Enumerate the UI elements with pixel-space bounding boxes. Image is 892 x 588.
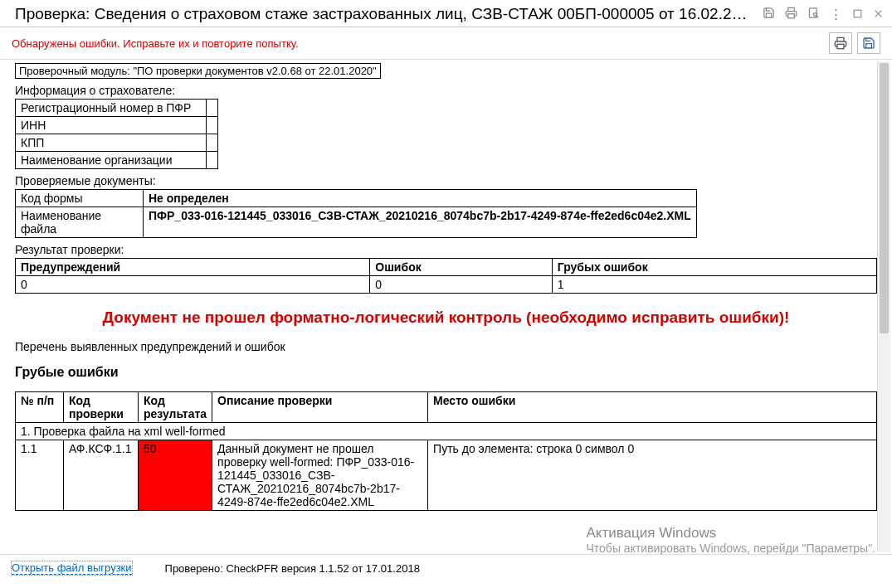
insurer-heading: Информация о страхователе:	[15, 84, 877, 97]
err-cell-result: 50	[139, 440, 212, 511]
summary-table: Предупреждений Ошибок Грубых ошибок 0 0 …	[15, 258, 877, 294]
err-cell-desc: Данный документ не прошел проверку well-…	[212, 440, 428, 511]
svg-rect-0	[788, 14, 795, 18]
fail-message: Документ не прошел форматно-логический к…	[15, 309, 877, 327]
err-th-res: Код результата	[139, 392, 212, 423]
svg-rect-7	[837, 44, 844, 48]
summary-value: 0	[16, 276, 370, 294]
vertical-scrollbar[interactable]	[877, 61, 890, 552]
toolbar: Обнаружены ошибки. Исправьте их и повтор…	[0, 27, 892, 60]
docs-table: Код формы Не определен Наименование файл…	[15, 189, 697, 238]
list-heading: Перечень выявленных предупреждений и оши…	[15, 340, 877, 353]
print-button[interactable]	[829, 32, 852, 54]
print-icon[interactable]	[785, 7, 797, 22]
summary-header: Предупреждений	[16, 259, 370, 276]
doc-row-value: Не определен	[144, 190, 697, 207]
err-th-n: № п/п	[16, 392, 64, 423]
scroll-thumb[interactable]	[880, 63, 889, 333]
gross-errors-heading: Грубые ошибки	[15, 365, 877, 380]
close-icon[interactable]	[873, 7, 884, 22]
window-title: Проверка: Сведения о страховом стаже зас…	[15, 5, 763, 23]
err-group-row: 1. Проверка файла на xml well-formed	[16, 423, 877, 440]
insurer-row-label: Наименование организации	[16, 152, 207, 169]
save-button[interactable]	[857, 32, 880, 54]
docs-heading: Проверяемые документы:	[15, 174, 877, 187]
result-heading: Результат проверки:	[15, 243, 877, 256]
err-cell-n: 1.1	[16, 440, 64, 511]
summary-value: 0	[370, 276, 552, 294]
err-th-code: Код проверки	[64, 392, 139, 423]
summary-header: Грубых ошибок	[552, 259, 876, 276]
module-version: Проверочный модуль: "ПО проверки докумен…	[15, 63, 381, 79]
insurer-row-label: КПП	[16, 134, 207, 152]
window-titlebar: Проверка: Сведения о страховом стаже зас…	[0, 0, 892, 27]
titlebar-actions: ⋮	[763, 7, 884, 22]
summary-value: 1	[552, 276, 876, 294]
search-doc-icon[interactable]	[807, 7, 820, 22]
doc-row-label: Наименование файла	[16, 207, 144, 238]
save-icon[interactable]	[763, 7, 775, 22]
insurer-row-label: ИНН	[16, 117, 207, 134]
more-icon[interactable]: ⋮	[830, 7, 842, 22]
err-cell-code: АФ.КСФ.1.1	[64, 440, 139, 511]
insurer-row-label: Регистрационный номер в ПФР	[16, 100, 207, 117]
maximize-icon[interactable]	[852, 7, 863, 22]
open-export-file-link[interactable]: Открыть файл выгрузки	[12, 561, 132, 575]
errors-table: № п/п Код проверки Код результата Описан…	[15, 391, 877, 511]
err-th-desc: Описание проверки	[212, 392, 428, 423]
svg-rect-4	[854, 10, 861, 17]
err-cell-place: Путь до элемента: строка 0 символ 0	[428, 440, 877, 511]
footer: Открыть файл выгрузки Проверено: CheckPF…	[0, 555, 892, 581]
doc-row-value: ПФР_033-016-121445_033016_СЗВ-СТАЖ_20210…	[144, 207, 697, 238]
summary-header: Ошибок	[370, 259, 552, 276]
report-body: Проверочный модуль: "ПО проверки докумен…	[0, 60, 892, 511]
doc-row-label: Код формы	[16, 190, 144, 207]
insurer-table: Регистрационный номер в ПФР ИНН КПП Наим…	[15, 99, 218, 169]
error-banner: Обнаружены ошибки. Исправьте их и повтор…	[12, 37, 299, 50]
checked-version: Проверено: CheckPFR версия 1.1.52 от 17.…	[165, 562, 420, 575]
err-th-place: Место ошибки	[428, 392, 877, 423]
svg-point-2	[814, 13, 817, 17]
